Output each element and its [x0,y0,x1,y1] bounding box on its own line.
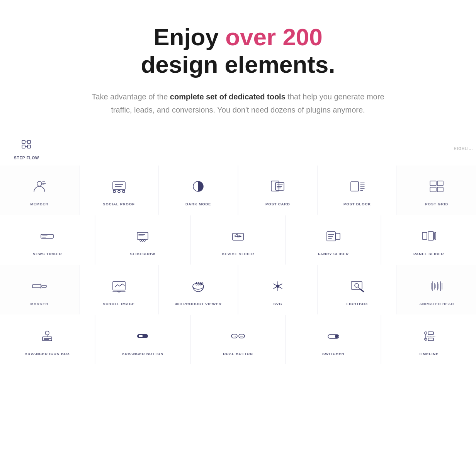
news-ticker-icon [37,226,57,246]
svg-rect-30 [430,187,436,192]
svg-line-65 [360,289,364,292]
360-viewer-label: 360 PRODUCT VIEWER [175,302,222,306]
svg-rect-62 [351,282,362,289]
svg-rect-90 [428,332,434,335]
dual-button-label: DUAL BUTTON [223,352,253,356]
grid-cell-advanced-button: ADVANCED BUTTON [95,315,190,364]
marker-icon [29,276,49,296]
svg-rect-80 [139,335,143,337]
grid-cell-scroll-image: SCROLL IMAGE [80,265,158,314]
lightbox-label: LIGHTBOX [347,302,368,306]
post-grid-icon [427,176,447,196]
svg-point-14 [118,190,120,193]
highlight-label: HIGHLI... [454,147,473,151]
grid-cell-fancy-slider: FANCY SLIDER [286,215,381,265]
lightbox-icon [347,276,367,296]
svg-rect-28 [430,181,436,186]
svg-label: SVG [274,302,282,306]
animated-head-label: ANIMATED HEAD [419,302,454,306]
grid-cell-advanced-icon-box: ADVANCED ICON BOX [0,315,95,364]
news-ticker-label: NEWS TICKER [32,252,62,256]
switcher-label: SWITCHER [322,352,345,356]
svg-rect-41 [233,233,243,240]
svg-rect-1 [27,140,31,143]
svg-rect-50 [435,232,436,239]
grid-cell-timeline: TIMELINE [381,315,476,364]
panel-slider-label: PANEL SLIDER [413,252,444,256]
grid-cell-news-ticker: NEWS TICKER [0,215,95,265]
post-card-label: POST CARD [265,202,290,206]
svg-point-39 [142,240,143,241]
social-proof-icon [109,176,129,196]
svg-rect-91 [428,338,434,341]
hero-title-highlight: over 200 [225,24,323,50]
grid-row-1: MEMBER SOCIAL PROOF [0,166,476,215]
timeline-label: TIMELINE [419,352,439,356]
svg-rect-81 [231,334,237,338]
hero-title: Enjoy over 200 design elements. [8,23,468,79]
svg-rect-32 [41,234,53,238]
svg-rect-22 [351,182,359,191]
hero-title-text1: Enjoy [153,24,225,50]
member-icon [29,176,49,196]
dark-mode-label: DARK MODE [185,202,211,206]
svg-rect-44 [336,233,340,239]
advanced-button-icon [133,326,153,346]
member-label: MEMBER [30,202,48,206]
dual-button-icon [228,326,248,346]
hero-section: Enjoy over 200 design elements. Take adv… [0,0,476,132]
grid-cell-marker: MARKER [0,265,79,314]
step-flow-label: STEP FLOW [14,156,39,160]
svg-rect-76 [42,337,52,341]
fancy-slider-icon [323,226,343,246]
slideshow-icon [133,226,153,246]
svg-point-13 [113,190,116,193]
elements-section: STEP FLOW HIGHLI... MEMBER [0,132,476,381]
grid-cell-360-viewer: 360° 360 PRODUCT VIEWER [159,265,238,314]
svg-point-87 [425,332,427,334]
svg-rect-31 [437,187,443,192]
svg-rect-49 [428,232,434,240]
svg-point-61 [276,285,279,288]
svg-point-40 [144,240,145,241]
grid-cell-dark-mode: DARK MODE [159,166,238,215]
hero-title-text2: design elements. [141,51,335,78]
animated-head-icon [427,276,447,296]
svg-point-38 [140,240,141,241]
svg-rect-48 [422,232,427,239]
svg-rect-3 [27,145,31,148]
social-proof-label: SOCIAL PROOF [103,202,134,206]
grid-cell-svg: SVG [238,265,317,314]
fancy-slider-label: FANCY SLIDER [318,252,349,256]
svg-point-6 [37,181,42,186]
scroll-image-label: SCROLL IMAGE [103,302,135,306]
svg-rect-0 [22,140,25,143]
grid-cell-slideshow: SLIDESHOW [95,215,190,265]
step-flow-item: STEP FLOW [6,134,47,163]
panel-slider-icon [419,226,439,246]
hero-subtitle: Take advantage of the complete set of de… [91,90,385,116]
post-block-label: POST BLOCK [343,202,371,206]
device-slider-icon [228,226,248,246]
advanced-icon-box-label: ADVANCED ICON BOX [25,352,70,356]
grid-row-3: MARKER SCROLL IMAGE 360° 360 [0,265,476,314]
svg-rect-10 [113,182,125,190]
svg-icon [268,276,288,296]
svg-rect-51 [32,285,41,288]
grid-cell-switcher: SWITCHER [286,315,381,364]
grid-cell-animated-head: ANIMATED HEAD [397,265,476,314]
svg-point-15 [122,190,125,193]
subtitle-bold: complete set of dedicated tools [170,92,286,101]
grid-cell-social-proof: SOCIAL PROOF [80,166,158,215]
svg-text:360°: 360° [196,282,204,286]
grid-cell-post-card: POST CARD [238,166,317,215]
svg-rect-2 [22,145,25,148]
svg-rect-29 [437,181,443,186]
grid-cell-dual-button: DUAL BUTTON [191,315,286,364]
post-block-icon [347,176,367,196]
svg-point-74 [45,331,49,335]
dark-mode-icon [188,176,208,196]
360-viewer-icon: 360° [188,276,208,296]
grid-cell-member: MEMBER [0,166,79,215]
post-grid-label: POST GRID [425,202,448,206]
